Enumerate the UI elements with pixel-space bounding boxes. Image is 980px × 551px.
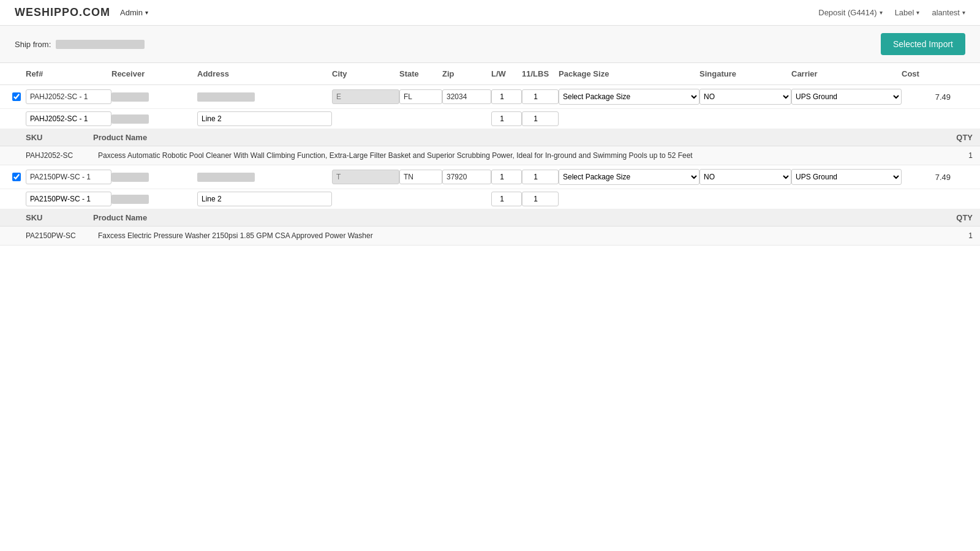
order2-lw-cell [491, 170, 522, 184]
order2-lw-input[interactable] [491, 170, 522, 184]
line2b-ref-input[interactable] [26, 192, 111, 206]
order-lbs-input[interactable] [522, 89, 559, 104]
label-dropdown[interactable]: Label [895, 8, 920, 17]
user-label: alantest [932, 8, 960, 17]
col-receiver: Receiver [111, 69, 197, 78]
order2-cost-value: 7.49 [935, 173, 951, 182]
order2-line2-row [0, 189, 980, 209]
line2-ref-input[interactable] [26, 111, 111, 126]
col-city: City [332, 69, 399, 78]
order-ref-cell [26, 89, 111, 104]
order2-carrier-select[interactable]: UPS Ground [791, 169, 902, 185]
order-zip-cell [442, 89, 491, 104]
order2-state-input[interactable] [399, 170, 442, 184]
order2-city-cell [332, 170, 399, 184]
line2-receiver-cell [111, 114, 197, 124]
line2b-receiver-cell [111, 195, 197, 204]
order-carrier-select[interactable]: UPS Ground [791, 89, 902, 105]
deposit-dropdown[interactable]: Deposit (G4414) [818, 8, 882, 17]
navbar-right: Deposit (G4414) Label alantest [818, 8, 965, 17]
col-ref: Ref# [26, 69, 111, 78]
col-address: Address [197, 69, 332, 78]
line2b-address-input[interactable] [197, 192, 332, 206]
order2-lbs-input[interactable] [522, 170, 559, 184]
col-lbs: 11/LBS [522, 69, 559, 78]
deposit-label: Deposit (G4414) [818, 8, 876, 17]
order-checkbox[interactable] [12, 92, 21, 101]
order-package-size-cell: Select Package Size [559, 89, 699, 105]
order-line2-row [0, 109, 980, 129]
col-cost: Cost [902, 69, 951, 78]
order-package-size-select[interactable]: Select Package Size [559, 89, 699, 105]
order2-lbs-cell [522, 170, 559, 184]
order-zip-input[interactable] [442, 89, 491, 104]
line2b-receiver-blurred [111, 195, 149, 204]
product-qty-2: 1 [924, 231, 973, 240]
order-city-cell [332, 89, 399, 104]
col-package-size: Package Size [559, 69, 699, 78]
product-name-1: Paxcess Automatic Robotic Pool Cleaner W… [98, 151, 919, 160]
order2-checkbox-cell [7, 173, 26, 181]
product-col-sku: SKU [26, 133, 93, 142]
line2-ref-cell [26, 111, 111, 126]
order2-receiver-cell [111, 173, 197, 182]
order2-signature-cell: NO YES [699, 169, 791, 185]
line2-lw-input[interactable] [491, 111, 522, 126]
line2b-lw-cell [491, 192, 522, 206]
line2b-address-cell [197, 192, 332, 206]
product-qty-1: 1 [924, 151, 973, 160]
order2-cost-cell: 7.49 [902, 173, 951, 182]
ship-from-value [56, 40, 144, 49]
col-signature: Singature [699, 69, 791, 78]
order2-state-cell [399, 170, 442, 184]
label-label: Label [895, 8, 914, 17]
order2-package-size-cell: Select Package Size [559, 169, 699, 185]
user-dropdown[interactable]: alantest [932, 8, 965, 17]
admin-dropdown[interactable]: Admin [120, 8, 148, 17]
order-cost-value: 7.49 [935, 92, 951, 102]
order-state-input[interactable] [399, 89, 442, 104]
order-carrier-cell: UPS Ground [791, 89, 902, 105]
order2-receiver-blurred [111, 173, 149, 182]
order-lbs-cell [522, 89, 559, 104]
col-state: State [399, 69, 442, 78]
order2-signature-select[interactable]: NO YES [699, 169, 791, 185]
line2b-lw-input[interactable] [491, 192, 522, 206]
ship-from-left: Ship from: [15, 40, 145, 49]
order2-city-input[interactable] [332, 170, 399, 184]
admin-label: Admin [120, 8, 143, 17]
order2-carrier-cell: UPS Ground [791, 169, 902, 185]
order-receiver-blurred [111, 92, 149, 102]
navbar-left: WESHIPPO.COM Admin [15, 6, 148, 19]
table-header: Ref# Receiver Address City State Zip L/W… [0, 63, 980, 85]
line2-address-cell [197, 111, 332, 126]
line2b-lbs-input[interactable] [522, 192, 559, 206]
line2-lbs-input[interactable] [522, 111, 559, 126]
col-carrier: Carrier [791, 69, 902, 78]
line2-receiver-blurred [111, 114, 149, 124]
order2-zip-input[interactable] [442, 170, 491, 184]
order2-ref-input[interactable] [26, 170, 111, 184]
line2b-lbs-cell [522, 192, 559, 206]
order-signature-cell: NO YES [699, 89, 791, 105]
product-col-qty: QTY [924, 133, 973, 142]
order-address-cell [197, 92, 332, 102]
brand-logo: WESHIPPO.COM [15, 6, 110, 19]
order-city-input[interactable] [332, 89, 399, 104]
order2-address-cell [197, 173, 332, 182]
order-ref-input[interactable] [26, 89, 111, 104]
col-lw: L/W [491, 69, 522, 78]
order-lw-input[interactable] [491, 89, 522, 104]
line2-address-input[interactable] [197, 111, 332, 126]
col-zip: Zip [442, 69, 491, 78]
product-sku-2: PA2150PW-SC [26, 231, 93, 240]
order-address-blurred [197, 92, 255, 102]
product2-col-sku: SKU [26, 213, 93, 222]
order2-package-size-select[interactable]: Select Package Size [559, 169, 699, 185]
order-receiver-cell [111, 92, 197, 102]
order-state-cell [399, 89, 442, 104]
product2-col-name: Product Name [93, 213, 924, 222]
order-signature-select[interactable]: NO YES [699, 89, 791, 105]
order2-checkbox[interactable] [12, 173, 21, 181]
selected-import-button[interactable]: Selected Import [881, 33, 965, 55]
